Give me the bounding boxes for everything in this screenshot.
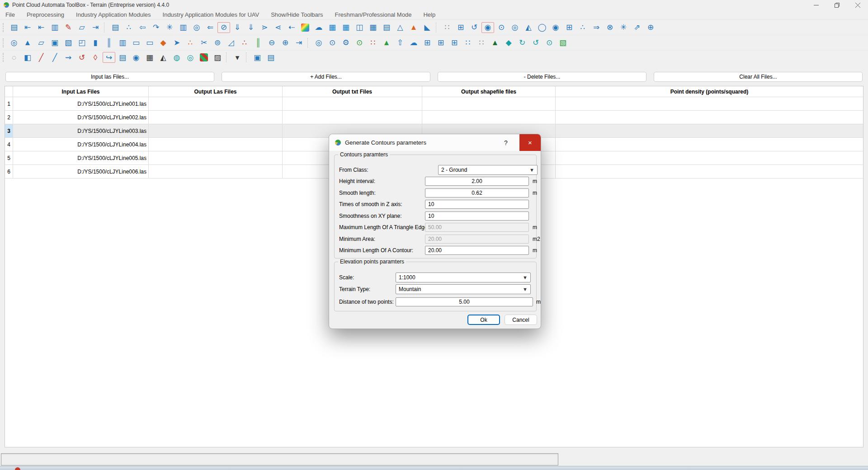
ruler-triangle-icon[interactable]: △ (393, 22, 407, 33)
cell-output-las[interactable] (149, 111, 283, 124)
cell-point-density[interactable] (556, 165, 863, 179)
distance-two-points-input[interactable] (396, 297, 533, 306)
from-class-select[interactable]: 2 - Ground ▼ (438, 165, 538, 175)
ok-button[interactable]: Ok (467, 315, 500, 325)
person-green-icon[interactable]: ⊙ (353, 37, 366, 49)
knn-box-icon[interactable]: ▭ (143, 37, 156, 49)
folder-open-icon[interactable]: ▱ (75, 22, 89, 33)
cell-point-density[interactable] (556, 111, 863, 124)
fingerprint-icon[interactable]: ◎ (184, 52, 197, 63)
location-pin-icon[interactable]: ◉ (129, 52, 143, 63)
circle-ccw-icon[interactable]: ↺ (529, 37, 542, 49)
rings-icon[interactable]: ◎ (312, 37, 326, 49)
clipboard-icon[interactable]: ▤ (116, 52, 129, 63)
cell-output-las[interactable] (149, 165, 283, 179)
minimize-button[interactable] (806, 0, 826, 10)
folder-out-icon[interactable]: ⇥ (292, 37, 306, 49)
cloud-sync-icon[interactable]: ☁ (312, 22, 326, 33)
grid-blue-alt-icon[interactable]: ▦ (339, 22, 353, 33)
cell-input-las[interactable]: D:/YS/1500/cLJYLine001.las (13, 97, 149, 111)
cell-output-txt[interactable] (283, 111, 422, 124)
cell-output-las[interactable] (149, 97, 283, 111)
table-row[interactable]: 2 D:/YS/1500/cLJYLine002.las (5, 111, 863, 124)
chart-edit-icon[interactable]: ◣ (420, 22, 434, 33)
list-grid-1-icon[interactable]: ⊞ (420, 37, 434, 49)
header-point-density[interactable]: Point density (points/squared) (556, 86, 863, 97)
extract-left-icon[interactable]: ⇐ (203, 22, 217, 33)
bars-small-icon[interactable]: ▮ (89, 37, 102, 49)
rect-overlap-icon[interactable]: ▱ (34, 37, 48, 49)
import-left-alt-icon[interactable]: ⇤ (34, 22, 48, 33)
image-peaks-icon[interactable]: ▧ (61, 37, 75, 49)
overflow-caret-icon[interactable]: ▾ (231, 52, 244, 63)
layers-green-icon[interactable]: ▧ (556, 37, 570, 49)
dots-line-icon[interactable]: ∴ (576, 22, 590, 33)
folder-export-icon[interactable]: ⇥ (89, 22, 102, 33)
zoom-out-icon[interactable]: ⊖ (265, 37, 278, 49)
row-number[interactable]: 6 (5, 165, 13, 179)
menu-help[interactable]: Help (423, 11, 435, 18)
person-rings-icon[interactable]: ◎ (508, 22, 522, 33)
square-flag-icon[interactable]: ▣ (48, 37, 61, 49)
folder-redo-icon[interactable]: ↷ (149, 22, 163, 33)
lasso-pencil-icon[interactable]: ✎ (61, 22, 75, 33)
person-extract-icon[interactable]: ⇠ (285, 22, 298, 33)
set-square-icon[interactable]: ◿ (224, 37, 238, 49)
cell-output-shapefile[interactable] (422, 111, 556, 124)
scissors-line-icon[interactable]: ✂ (197, 37, 211, 49)
folder-import-icon[interactable]: ⇦ (136, 22, 149, 33)
header-output-shapefile[interactable]: Output shapefile files (422, 86, 556, 97)
circle-cancel-icon[interactable]: ⊗ (603, 22, 617, 33)
globe-teal-icon[interactable]: ◍ (170, 52, 184, 63)
row-number[interactable]: 2 (5, 111, 13, 124)
rotate-ccw-icon[interactable]: ↺ (467, 22, 481, 33)
scatter-points-icon[interactable]: ∴ (122, 22, 136, 33)
row-number[interactable]: 5 (5, 151, 13, 165)
toolbar-drag-handle[interactable] (3, 53, 5, 62)
chart-up-icon[interactable]: ⇗ (630, 22, 644, 33)
cell-input-las[interactable]: D:/YS/1500/cLJYLine006.las (13, 165, 149, 179)
triangle-point-icon[interactable]: ◭ (522, 22, 535, 33)
arrow-right-icon[interactable]: ⇒ (590, 22, 603, 33)
clear-all-files-button[interactable]: Clear All Files... (654, 72, 863, 82)
folder-dots-icon[interactable]: ▤ (7, 22, 21, 33)
gears-icon[interactable]: ⚙ (339, 37, 353, 49)
toolbar-drag-handle[interactable] (3, 38, 5, 47)
split-center-icon[interactable]: ◫ (353, 22, 366, 33)
list-grid-2-icon[interactable]: ⊞ (434, 37, 448, 49)
gradient-swatch-icon[interactable] (301, 24, 309, 32)
cell-point-density[interactable] (556, 151, 863, 165)
snowflake-icon[interactable]: ✳ (163, 22, 176, 33)
target-red-icon[interactable]: ◉ (549, 22, 562, 33)
list-grid-3-icon[interactable]: ⊞ (448, 37, 461, 49)
dots-orange-icon[interactable]: ∴ (184, 37, 197, 49)
page-help-icon[interactable]: ▤ (264, 52, 278, 63)
terrain-type-select[interactable]: Mountain ▼ (396, 284, 531, 294)
menu-show-hide-toolbars[interactable]: Show/Hide Toolbars (271, 11, 323, 18)
cell-input-las[interactable]: D:/YS/1500/cLJYLine004.las (13, 138, 149, 151)
menu-file[interactable]: File (5, 11, 15, 18)
kmean-box-icon[interactable]: ▭ (129, 37, 143, 49)
menu-freshman-professional-mode[interactable]: Freshman/Professional Mode (335, 11, 412, 18)
dialog-help-button[interactable]: ? (499, 134, 513, 151)
chart-green-icon[interactable]: ║ (251, 37, 265, 49)
copy-list-icon[interactable]: ▥ (48, 22, 61, 33)
smooth-length-input[interactable] (425, 188, 529, 197)
tile-dots-icon[interactable]: ⊞ (454, 22, 467, 33)
cell-input-las[interactable]: D:/YS/1500/cLJYLine003.las (13, 124, 149, 138)
scale-select[interactable]: 1:1000 ▼ (396, 273, 531, 282)
tree-green-icon[interactable]: ▲ (380, 37, 393, 49)
dots-b-icon[interactable]: ∷ (475, 37, 488, 49)
four-circles-icon[interactable]: ∷ (366, 37, 380, 49)
cloud-down-icon[interactable]: ☁ (407, 37, 420, 49)
circle-target-icon[interactable]: ⊚ (211, 37, 224, 49)
restore-button[interactable] (826, 0, 847, 10)
cell-point-density[interactable] (556, 97, 863, 111)
eye-view-icon[interactable]: ◉ (481, 22, 495, 33)
header-input-las[interactable]: Input Las Files (13, 86, 149, 97)
height-interval-input[interactable] (425, 177, 529, 186)
radar-icon[interactable]: ◎ (7, 37, 21, 49)
folder-min2-icon[interactable]: ⋖ (271, 22, 285, 33)
header-output-las[interactable]: Output Las Files (149, 86, 283, 97)
box-3d-red-icon[interactable]: ◧ (21, 52, 34, 63)
